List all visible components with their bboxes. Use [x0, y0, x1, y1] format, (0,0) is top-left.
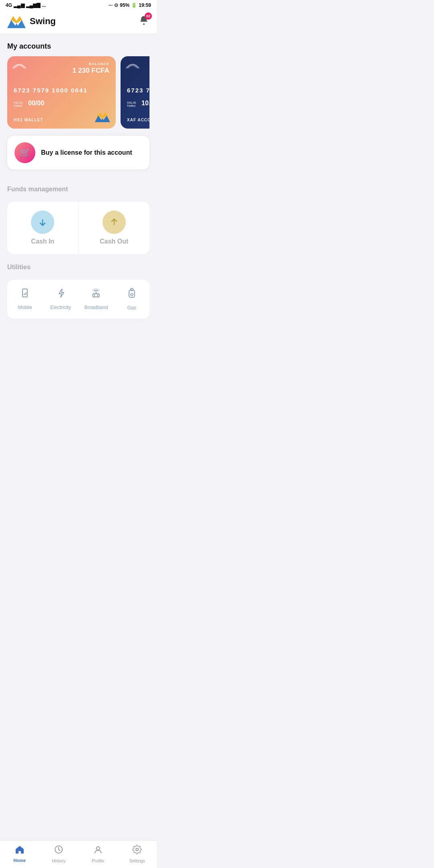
funds-management-title: Funds management [7, 186, 149, 193]
my-accounts-title: My accounts [7, 42, 149, 51]
card-pink-name: HS1 WALLET [14, 118, 43, 122]
rainbow-arc-icon [12, 61, 27, 69]
battery-level: 95% [120, 2, 129, 8]
mobile-icon [20, 288, 30, 301]
card-pink-number: 6723 7579 1000 0041 [14, 87, 88, 94]
app-header: Swing 02 [0, 10, 157, 34]
broadband-label: Broadband [84, 305, 108, 310]
network-label: 4G [6, 2, 12, 8]
card-pink-valid-label: VALIDTHRU [14, 101, 23, 108]
card-pink-logo [95, 111, 110, 124]
buy-license-wrapper: 🛒 Buy a license for this account [0, 136, 157, 170]
cash-in-button[interactable]: Cash In [7, 202, 79, 254]
status-right: ··· ⊙ 95% 🔋 19:59 [108, 2, 151, 8]
wallet-card-pink[interactable]: BALANCE 1 230 FCFA 6723 7579 1000 0041 V… [7, 56, 116, 129]
cards-scroll: BALANCE 1 230 FCFA 6723 7579 1000 0041 V… [7, 56, 149, 132]
buy-license-cart-icon: 🛒 [14, 142, 35, 163]
broadband-icon [90, 288, 102, 301]
battery-icon: 🔋 [131, 2, 137, 8]
notification-bell-button[interactable]: 02 [138, 15, 149, 28]
wifi-icon: ⊙ [114, 2, 118, 8]
card-blue-valid-label: VALIDTHRU [127, 101, 136, 108]
cash-out-icon [102, 211, 126, 234]
cash-in-icon [31, 211, 54, 234]
svg-rect-16 [129, 290, 135, 297]
utility-broadband-button[interactable]: Broadband [78, 280, 114, 319]
svg-point-15 [96, 292, 97, 293]
electricity-icon [55, 288, 66, 301]
wallet-card-blue[interactable]: BALANCE 6723 7… VALIDTHRU 10… XAF ACCO… [121, 56, 149, 129]
utilities-title: Utilities [7, 264, 149, 271]
card-blue-name: XAF ACCO… [127, 118, 149, 122]
utility-electricity-button[interactable]: Electricity [43, 280, 79, 319]
gas-icon [127, 288, 137, 302]
utilities-section: Utilities [0, 254, 157, 280]
svg-rect-11 [93, 294, 99, 297]
funds-management-section: Funds management [0, 178, 157, 202]
app-name: Swing [30, 16, 56, 27]
funds-box: Cash In Cash Out [7, 202, 149, 254]
svg-point-2 [143, 24, 145, 25]
electricity-label: Electricity [50, 305, 71, 310]
gas-label: Gas [127, 305, 136, 311]
svg-point-19 [131, 294, 132, 295]
status-dots: ··· [108, 2, 113, 8]
svg-rect-17 [131, 289, 133, 291]
utility-gas-button[interactable]: Gas [114, 280, 150, 319]
my-accounts-section: My accounts BALANCE 1 230 FCFA 6723 7579… [0, 34, 157, 136]
utility-mobile-button[interactable]: Mobile [7, 280, 43, 319]
card-pink-valid-value: 00/00 [28, 100, 44, 107]
status-bar: 4G ▂▄▆ ▂▄▆▇ ... ··· ⊙ 95% 🔋 19:59 [0, 0, 157, 10]
signal-bars: ▂▄▆ [14, 2, 25, 8]
status-ellipsis: ... [42, 2, 46, 8]
clock: 19:59 [139, 2, 151, 8]
cash-out-label: Cash Out [100, 238, 128, 245]
buy-license-button[interactable]: 🛒 Buy a license for this account [7, 136, 149, 170]
rainbow-arc-blue-icon [125, 61, 140, 69]
buy-license-text: Buy a license for this account [41, 149, 132, 156]
card-blue-valid-value: 10… [141, 100, 149, 107]
notification-badge: 02 [145, 12, 152, 20]
card-pink-balance: 1 230 FCFA [72, 67, 109, 75]
card-blue-number: 6723 7… [127, 87, 149, 94]
svg-rect-8 [24, 294, 25, 295]
swing-logo-icon [7, 14, 26, 28]
cash-in-label: Cash In [31, 238, 54, 245]
svg-rect-9 [25, 293, 26, 295]
signal-bars2: ▂▄▆▇ [26, 2, 41, 8]
utilities-box: Mobile Electricity [7, 280, 149, 319]
cash-out-button[interactable]: Cash Out [79, 202, 150, 254]
main-scroll: My accounts BALANCE 1 230 FCFA 6723 7579… [0, 34, 157, 363]
card-pink-balance-label: BALANCE [89, 62, 109, 66]
mobile-label: Mobile [18, 305, 32, 310]
status-left: 4G ▂▄▆ ▂▄▆▇ ... [6, 2, 46, 8]
svg-rect-10 [26, 292, 27, 295]
logo-area: Swing [7, 14, 56, 28]
